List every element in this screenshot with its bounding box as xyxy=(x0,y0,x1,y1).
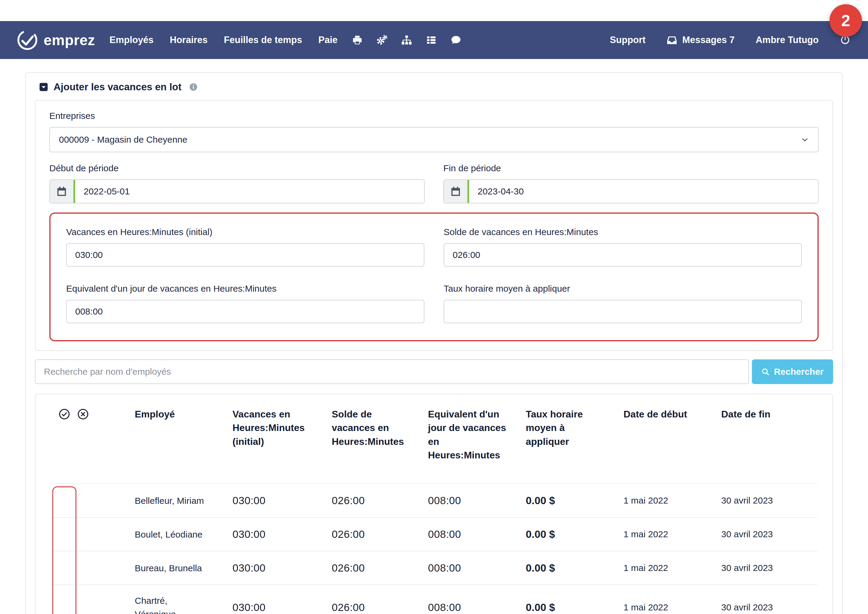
table-row: Bellefleur, Miriam 030:00 026:00 008:00 … xyxy=(51,483,817,517)
vacances-value: 030:00 xyxy=(232,602,332,613)
column-header: Vacances en Heures:Minutes (initial) xyxy=(232,407,332,448)
messages-label: Messages 7 xyxy=(682,34,735,45)
top-navbar: emprez Employés Horaires Feuilles de tem… xyxy=(0,21,868,59)
nav-feuilles-de-temps[interactable]: Feuilles de temps xyxy=(224,34,302,45)
end-period-label: Fin de période xyxy=(443,163,819,173)
column-header: Taux horaire moyen à appliquer xyxy=(526,407,623,448)
entreprises-label: Entreprises xyxy=(49,111,819,121)
nav-support[interactable]: Support xyxy=(610,34,646,45)
table-row: Boulet, Léodiane 030:00 026:00 008:00 0.… xyxy=(51,517,817,551)
date-fin-value: 30 avril 2023 xyxy=(721,602,817,612)
start-date-input[interactable] xyxy=(75,180,424,203)
date-fin-value: 30 avril 2023 xyxy=(721,563,817,573)
inbox-icon xyxy=(666,34,677,45)
column-header: Employé xyxy=(135,407,232,421)
taux-horaire-label: Taux horaire moyen à appliquer xyxy=(443,283,802,294)
employee-name: Chartré, Véronique xyxy=(135,594,210,614)
solde-value: 026:00 xyxy=(332,602,428,613)
solde-vacances-label: Solde de vacances en Heures:Minutes xyxy=(443,227,802,237)
employees-table: Employé Vacances en Heures:Minutes (init… xyxy=(35,394,833,614)
date-fin-value: 30 avril 2023 xyxy=(721,496,817,506)
solde-vacances-input[interactable] xyxy=(443,243,802,267)
emprez-logo-icon xyxy=(17,29,38,51)
taux-value: 0.00 $ xyxy=(526,528,623,540)
top-whitespace xyxy=(0,0,868,21)
equivalent-value: 008:00 xyxy=(428,494,526,507)
nav-employes[interactable]: Employés xyxy=(110,34,153,45)
solde-value: 026:00 xyxy=(332,528,428,540)
deselect-all-icon[interactable] xyxy=(77,408,89,420)
solde-value: 026:00 xyxy=(332,494,428,507)
entreprises-selected-value: 000009 - Magasin de Cheyenne xyxy=(59,135,188,145)
brand-logo[interactable]: emprez xyxy=(17,29,95,51)
annotation-step-badge: 2 xyxy=(829,4,862,37)
date-fin-value: 30 avril 2023 xyxy=(721,529,817,539)
sitemap-icon[interactable] xyxy=(401,34,412,45)
solde-vacances-field: Solde de vacances en Heures:Minutes xyxy=(443,227,802,267)
page-title: Ajouter les vacances en lot xyxy=(54,81,182,93)
info-icon[interactable] xyxy=(189,82,198,92)
calendar-icon[interactable] xyxy=(50,180,75,203)
table-header-row: Employé Vacances en Heures:Minutes (init… xyxy=(51,407,817,483)
search-button[interactable]: Rechercher xyxy=(752,359,833,384)
taux-value: 0.00 $ xyxy=(526,494,623,507)
nav-icon-group xyxy=(352,34,461,45)
equivalent-value: 008:00 xyxy=(428,562,526,574)
nav-messages[interactable]: Messages 7 xyxy=(666,34,735,45)
equivalent-jour-field: Equivalent d'un jour de vacances en Heur… xyxy=(66,283,425,323)
employee-name: Bureau, Brunella xyxy=(135,561,225,575)
batch-vacations-card: Ajouter les vacances en lot Entreprises … xyxy=(25,72,843,614)
cogs-icon[interactable] xyxy=(377,34,388,45)
annotation-outline-fields: Vacances en Heures:Minutes (initial) Sol… xyxy=(49,213,819,341)
employee-search-input[interactable] xyxy=(35,359,749,384)
search-button-label: Rechercher xyxy=(774,367,823,377)
calendar-icon[interactable] xyxy=(444,180,469,203)
filters-box: Entreprises 000009 - Magasin de Cheyenne… xyxy=(35,100,833,351)
printer-icon[interactable] xyxy=(352,34,363,45)
end-date-input-group xyxy=(443,179,819,204)
equivalent-jour-label: Equivalent d'un jour de vacances en Heur… xyxy=(66,283,425,294)
collapse-caret-icon[interactable] xyxy=(39,82,49,92)
nav-horaires[interactable]: Horaires xyxy=(170,34,208,45)
start-date-input-group xyxy=(49,179,425,204)
payroll-list-icon[interactable] xyxy=(426,34,437,45)
vacances-initial-input[interactable] xyxy=(66,243,425,267)
taux-horaire-input[interactable] xyxy=(443,300,802,323)
nav-right-group: Support Messages 7 Ambre Tutugo xyxy=(610,34,851,45)
period-row: Début de période Fin de période xyxy=(49,163,819,204)
employee-name: Boulet, Léodiane xyxy=(135,528,225,541)
vacances-initial-field: Vacances en Heures:Minutes (initial) xyxy=(66,227,425,267)
vacances-value: 030:00 xyxy=(232,494,332,507)
entreprises-select[interactable]: 000009 - Magasin de Cheyenne xyxy=(49,127,819,152)
equivalent-value: 008:00 xyxy=(428,602,526,613)
nav-paie[interactable]: Paie xyxy=(318,34,338,45)
nav-user[interactable]: Ambre Tutugo xyxy=(755,34,819,45)
solde-value: 026:00 xyxy=(332,562,428,574)
employee-name: Bellefleur, Miriam xyxy=(135,494,225,507)
brand-name: emprez xyxy=(43,32,95,48)
column-header: Solde de vacances en Heures:Minutes xyxy=(332,407,428,448)
date-debut-value: 1 mai 2022 xyxy=(623,529,721,539)
table-row: Chartré, Véronique 030:00 026:00 008:00 … xyxy=(51,584,817,614)
start-period-label: Début de période xyxy=(49,163,425,173)
column-header: Date de fin xyxy=(721,407,817,421)
start-period-field: Début de période xyxy=(49,163,425,204)
chat-icon[interactable] xyxy=(451,34,461,45)
taux-horaire-field: Taux horaire moyen à appliquer xyxy=(443,283,802,323)
taux-value: 0.00 $ xyxy=(526,562,623,574)
taux-value: 0.00 $ xyxy=(526,602,623,613)
vacances-initial-label: Vacances en Heures:Minutes (initial) xyxy=(66,227,425,237)
date-debut-value: 1 mai 2022 xyxy=(623,563,721,573)
table-row: Bureau, Brunella 030:00 026:00 008:00 0.… xyxy=(51,551,817,584)
column-header: Date de début xyxy=(623,407,721,421)
end-period-field: Fin de période xyxy=(443,163,819,204)
date-debut-value: 1 mai 2022 xyxy=(623,602,721,612)
date-debut-value: 1 mai 2022 xyxy=(623,496,721,506)
equivalent-jour-input[interactable] xyxy=(66,300,425,323)
chevron-down-icon xyxy=(801,135,809,144)
select-all-icon[interactable] xyxy=(58,408,70,420)
equivalent-value: 008:00 xyxy=(428,528,526,540)
vacances-value: 030:00 xyxy=(232,562,332,574)
end-date-input[interactable] xyxy=(469,180,818,203)
column-header: Equivalent d'un jour de vacances en Heur… xyxy=(428,407,526,462)
